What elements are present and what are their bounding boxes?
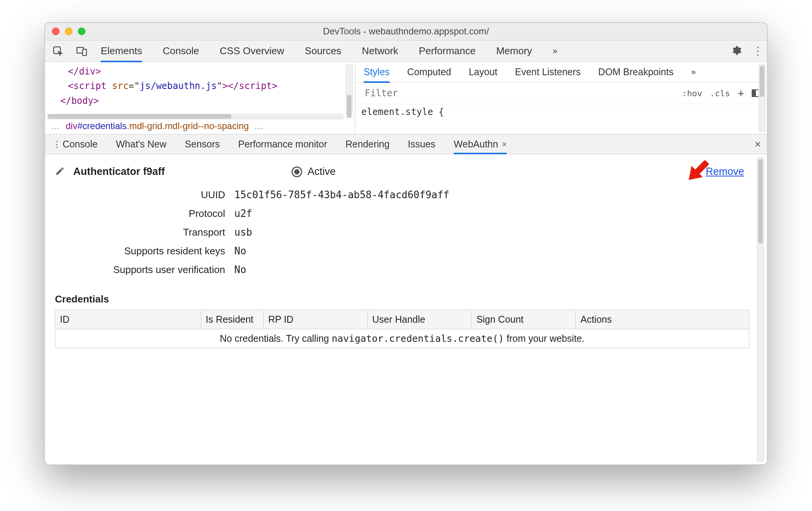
authenticator-title: Authenticator f9aff <box>73 166 165 178</box>
drawer-tab-console[interactable]: Console <box>63 139 98 150</box>
styles-body[interactable]: element.style { <box>355 104 767 134</box>
row-value-transport: usb <box>234 226 252 238</box>
row-value-protocol: u2f <box>234 208 252 220</box>
active-label: Active <box>308 166 336 178</box>
drawer-menu-icon[interactable]: ⋮ <box>51 139 63 149</box>
row-label-userverification: Supports user verification <box>55 264 234 276</box>
row-label-protocol: Protocol <box>55 208 234 220</box>
new-style-rule-icon[interactable]: + <box>738 87 744 100</box>
row-label-residentkeys: Supports resident keys <box>55 245 234 257</box>
authenticator-details: UUID15c01f56-785f-43b4-ab58-4facd60f9aff… <box>55 189 763 276</box>
devtools-window: DevTools - webauthndemo.appspot.com/ Ele… <box>44 22 768 465</box>
row-label-uuid: UUID <box>55 189 234 201</box>
breadcrumb-left-ellipsis[interactable]: … <box>50 121 60 131</box>
col-userhandle: User Handle <box>367 310 472 329</box>
tab-elements[interactable]: Elements <box>101 45 142 57</box>
webauthn-scrollbar[interactable] <box>757 157 764 461</box>
credentials-header: Credentials <box>55 293 763 305</box>
breadcrumb-right-ellipsis[interactable]: … <box>254 121 264 131</box>
tab-sources[interactable]: Sources <box>305 45 341 57</box>
styles-tab-styles[interactable]: Styles <box>364 66 390 78</box>
row-label-transport: Transport <box>55 226 234 238</box>
col-rpid: RP ID <box>263 310 367 329</box>
breadcrumb-selected[interactable]: div#credentials.mdl-grid.mdl-grid--no-sp… <box>66 121 249 131</box>
credentials-table: ID Is Resident RP ID User Handle Sign Co… <box>55 310 749 348</box>
styles-tab-dombreakpoints[interactable]: DOM Breakpoints <box>598 66 673 78</box>
drawer-tab-issues[interactable]: Issues <box>408 139 435 150</box>
dom-vertical-scrollbar[interactable] <box>346 64 353 115</box>
webauthn-panel: Authenticator f9aff Active Remove UUID15… <box>45 154 767 464</box>
row-value-uuid: 15c01f56-785f-43b4-ab58-4facd60f9aff <box>234 189 450 201</box>
tabs-overflow-icon[interactable]: » <box>553 46 557 56</box>
svg-rect-2 <box>83 49 87 55</box>
close-tab-icon[interactable]: × <box>502 139 507 149</box>
col-actions: Actions <box>576 310 749 329</box>
settings-gear-icon[interactable] <box>730 45 742 58</box>
styles-pane: Styles Computed Layout Event Listeners D… <box>355 62 767 134</box>
tab-network[interactable]: Network <box>362 45 398 57</box>
device-toolbar-icon[interactable] <box>74 44 89 59</box>
drawer-tab-sensors[interactable]: Sensors <box>185 139 220 150</box>
styles-tab-layout[interactable]: Layout <box>469 66 497 78</box>
edit-authenticator-icon[interactable] <box>55 166 65 178</box>
radio-dot-icon <box>292 167 302 177</box>
hov-toggle[interactable]: :hov <box>682 89 702 98</box>
breadcrumb[interactable]: … div#credentials.mdl-grid.mdl-grid--no-… <box>45 117 355 134</box>
dom-tree[interactable]: </div> <script src="js/webauthn.js"></sc… <box>45 62 355 134</box>
main-tab-strip: Elements Console CSS Overview Sources Ne… <box>45 40 767 62</box>
drawer-tab-rendering[interactable]: Rendering <box>345 139 389 150</box>
col-id: ID <box>55 310 201 329</box>
cls-toggle[interactable]: .cls <box>710 89 730 98</box>
styles-tabs-overflow-icon[interactable]: » <box>691 67 696 77</box>
row-value-residentkeys: No <box>234 245 246 257</box>
titlebar: DevTools - webauthndemo.appspot.com/ <box>45 23 767 40</box>
styles-tab-eventlisteners[interactable]: Event Listeners <box>515 66 581 78</box>
tab-css-overview[interactable]: CSS Overview <box>220 45 284 57</box>
inspect-element-icon[interactable] <box>50 44 66 59</box>
window-title: DevTools - webauthndemo.appspot.com/ <box>45 26 767 37</box>
styles-tab-computed[interactable]: Computed <box>407 66 451 78</box>
kebab-menu-icon[interactable]: ⋮ <box>752 45 763 57</box>
elements-panel: </div> <script src="js/webauthn.js"></sc… <box>45 62 767 134</box>
styles-scrollbar[interactable] <box>759 64 765 132</box>
active-radio[interactable]: Active <box>292 166 336 178</box>
drawer-tab-webauthn[interactable]: WebAuthn× <box>454 139 507 150</box>
styles-filter-input[interactable] <box>361 85 678 102</box>
tab-memory[interactable]: Memory <box>496 45 532 57</box>
drawer-tab-whatsnew[interactable]: What's New <box>116 139 167 150</box>
row-value-userverification: No <box>234 264 246 276</box>
col-signcount: Sign Count <box>472 310 576 329</box>
remove-authenticator-link[interactable]: Remove <box>706 166 744 178</box>
tab-console[interactable]: Console <box>163 45 199 57</box>
drawer-tab-perfmonitor[interactable]: Performance monitor <box>238 139 327 150</box>
tab-performance[interactable]: Performance <box>419 45 476 57</box>
drawer: ⋮ Console What's New Sensors Performance… <box>45 134 767 464</box>
col-resident: Is Resident <box>201 310 263 329</box>
drawer-close-icon[interactable]: × <box>755 138 761 150</box>
credentials-empty-row: No credentials. Try calling navigator.cr… <box>55 329 749 348</box>
